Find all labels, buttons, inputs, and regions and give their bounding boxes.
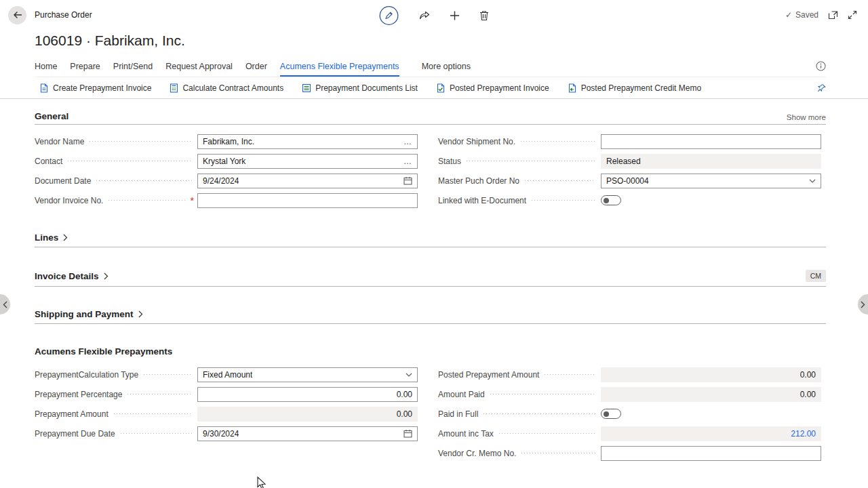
- dotted-leader: [114, 413, 192, 414]
- field-label: Posted Prepayment Amount: [438, 370, 539, 380]
- dotted-leader: [532, 200, 595, 201]
- pin-actionbar-button[interactable]: [816, 83, 826, 93]
- share-button[interactable]: [418, 10, 431, 21]
- save-status: ✓ Saved: [785, 10, 818, 20]
- field-status: Status Released: [438, 151, 821, 171]
- top-command-bar: Purchase Order ✓ Saved: [0, 0, 868, 30]
- dotted-leader: [521, 453, 595, 453]
- chevron-down-icon[interactable]: [406, 373, 412, 377]
- paid-in-full-toggle[interactable]: [601, 409, 621, 419]
- tab-home[interactable]: Home: [35, 59, 57, 77]
- field-label: Linked with E-Document: [438, 196, 526, 205]
- status-readonly-field: Released: [601, 154, 821, 169]
- section-title: Shipping and Payment: [35, 309, 134, 319]
- field-value: Fixed Amount: [203, 370, 252, 380]
- chevron-down-icon[interactable]: [809, 179, 816, 183]
- field-label: Amount inc Tax: [438, 429, 494, 439]
- resize-layout-button[interactable]: [848, 10, 857, 20]
- field-master-purch-order-no: Master Puch Order No PSO-00004: [438, 171, 821, 190]
- prepayment-calc-type-select[interactable]: Fixed Amount: [197, 367, 418, 382]
- field-value: Released: [606, 157, 641, 166]
- dotted-leader: [545, 374, 595, 375]
- prepayment-amount-readonly-field: 0.00: [197, 407, 418, 422]
- section-shipping-and-payment[interactable]: Shipping and Payment: [35, 309, 826, 324]
- vendor-name-input[interactable]: Fabrikam, Inc. …: [197, 134, 418, 149]
- field-value: 0.00: [397, 390, 412, 399]
- share-icon: [418, 10, 431, 21]
- pencil-icon: [379, 5, 399, 26]
- field-posted-prepayment-amount: Posted Prepayment Amount 0.00: [438, 365, 821, 384]
- page-type-caption: Purchase Order: [35, 10, 92, 20]
- section-lines[interactable]: Lines: [35, 232, 826, 247]
- record-action-icons: [379, 5, 490, 26]
- tab-request-approval[interactable]: Request Approval: [165, 59, 233, 77]
- field-prepayment-percentage: Prepayment Percentage 0.00: [35, 384, 418, 404]
- dotted-leader: [144, 374, 192, 375]
- dotted-leader: [499, 433, 595, 434]
- save-status-label: Saved: [795, 10, 818, 20]
- vendor-shipment-no-input[interactable]: [601, 134, 821, 149]
- field-document-date: Document Date 9/24/2024: [35, 171, 418, 190]
- calendar-icon[interactable]: [403, 176, 412, 185]
- amount-inc-tax-drilldown[interactable]: 212.00: [791, 429, 816, 439]
- section-title[interactable]: General: [35, 111, 68, 121]
- card-content: General Show more Vendor Name Fabrikam, …: [0, 111, 868, 463]
- plus-icon: [450, 10, 460, 21]
- prepayment-percentage-input[interactable]: 0.00: [197, 387, 418, 402]
- tab-print-send[interactable]: Print/Send: [113, 59, 153, 77]
- field-linked-edocument: Linked with E-Document: [438, 190, 821, 210]
- section-invoice-details[interactable]: Invoice Details CM: [35, 270, 826, 287]
- master-purch-order-no-select[interactable]: PSO-00004: [601, 174, 821, 188]
- assist-edit-button[interactable]: …: [403, 137, 412, 146]
- chevron-left-icon: [3, 301, 7, 308]
- vendor-invoice-no-input[interactable]: [197, 193, 418, 208]
- tab-order[interactable]: Order: [245, 59, 267, 77]
- vendor-cr-memo-no-input[interactable]: [601, 446, 821, 461]
- action-label: Posted Prepayment Invoice: [450, 83, 549, 93]
- resize-icon: [848, 10, 857, 20]
- back-button[interactable]: [8, 6, 26, 24]
- section-title: Invoice Details: [35, 271, 99, 281]
- action-label: Calculate Contract Amounts: [182, 83, 283, 93]
- field-label: Prepayment Amount: [35, 409, 108, 419]
- posted-invoice-icon: [436, 83, 446, 93]
- field-label: Vendor Invoice No.: [35, 196, 103, 205]
- tab-strip: Home Prepare Print/Send Request Approval…: [35, 59, 826, 77]
- contact-input[interactable]: Krystal York …: [197, 154, 418, 169]
- amount-inc-tax-readonly-field: 212.00: [601, 426, 821, 441]
- popout-icon: [828, 10, 838, 20]
- edit-button[interactable]: [379, 5, 399, 26]
- document-date-input[interactable]: 9/24/2024: [197, 174, 418, 188]
- action-posted-prepayment-invoice[interactable]: Posted Prepayment Invoice: [436, 83, 549, 93]
- delete-button[interactable]: [479, 10, 490, 21]
- tab-more-options[interactable]: More options: [422, 59, 471, 77]
- check-icon: ✓: [785, 10, 792, 20]
- calendar-icon[interactable]: [403, 429, 412, 438]
- field-vendor-name: Vendor Name Fabrikam, Inc. …: [35, 131, 418, 151]
- field-label: PrepaymentCalculation Type: [35, 370, 138, 380]
- field-value: 0.00: [800, 370, 816, 380]
- action-calculate-contract-amounts[interactable]: Calculate Contract Amounts: [170, 83, 283, 93]
- action-posted-prepayment-credit-memo[interactable]: Posted Prepayment Credit Memo: [568, 83, 701, 93]
- arrow-left-icon: [12, 9, 23, 20]
- field-value: Krystal York: [203, 157, 245, 166]
- dotted-leader: [96, 180, 192, 181]
- linked-edocument-toggle[interactable]: [601, 195, 621, 205]
- page-title: 106019 · Fabrikam, Inc.: [35, 31, 868, 50]
- amount-paid-readonly-field: 0.00: [601, 387, 821, 402]
- action-create-prepayment-invoice[interactable]: Create Prepayment Invoice: [39, 83, 151, 93]
- info-button[interactable]: [816, 61, 826, 75]
- toggle-cell: [601, 195, 821, 205]
- general-right-column: Vendor Shipment No. Status Released Mast…: [438, 131, 821, 210]
- field-prepayment-due-date: Prepayment Due Date 9/30/2024: [35, 424, 418, 443]
- prepayment-due-date-input[interactable]: 9/30/2024: [197, 426, 418, 441]
- open-in-new-window-button[interactable]: [828, 10, 838, 20]
- tab-acumens-flexible-prepayments[interactable]: Acumens Flexible Prepayments: [280, 59, 399, 77]
- invoice-document-icon: [39, 83, 49, 93]
- action-prepayment-documents-list[interactable]: Prepayment Documents List: [302, 83, 418, 93]
- assist-edit-button[interactable]: …: [403, 157, 412, 166]
- new-button[interactable]: [450, 10, 460, 21]
- show-more-link[interactable]: Show more: [787, 113, 826, 121]
- field-amount-paid: Amount Paid 0.00: [438, 384, 821, 404]
- tab-prepare[interactable]: Prepare: [70, 59, 100, 77]
